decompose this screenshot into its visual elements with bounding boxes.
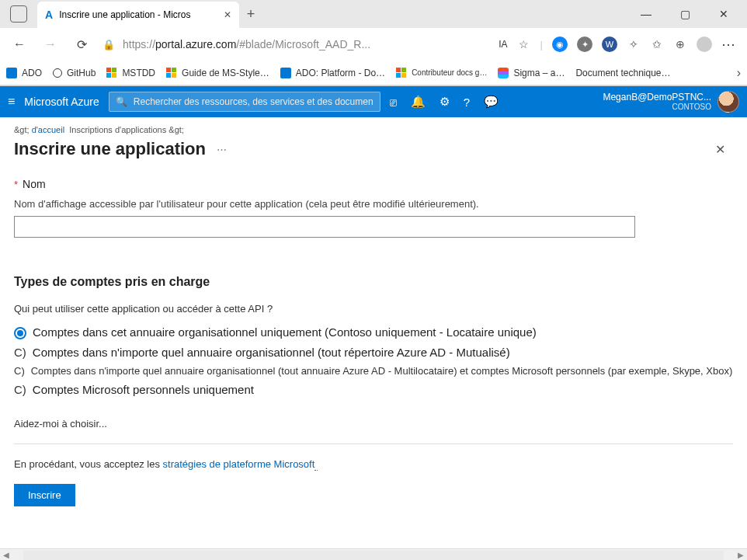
browser-address-bar: ← → ⟳ 🔒 https://portal.azure.com/#blade/… [0,28,747,61]
azure-search-input[interactable] [134,96,374,107]
account-types-subheading: Qui peut utiliser cette application ou a… [14,303,733,315]
user-account-button[interactable]: MeganB@DemoPSTNC... CONTOSO [603,91,739,113]
radio-label: Comptes Microsoft personnels uniquement [33,383,254,396]
browser-tab-active[interactable]: A Inscrire une application - Micros ✕ [37,2,239,28]
nav-back-button[interactable]: ← [6,33,33,56]
avatar [717,91,739,113]
page-more-menu-icon[interactable]: ⋯ [217,144,228,155]
radio-icon [14,327,26,339]
azure-header: ≡ Microsoft Azure 🔍 ⎚ 🔔 ⚙ ? 💬 MeganB@Dem… [0,86,747,117]
divider [14,443,733,444]
url-display[interactable]: https://portal.azure.com/#blade/Microsof… [123,38,489,50]
favorite-ado-platform[interactable]: ADO: Platform - Do… [280,68,385,78]
url-path: /#blade/Microsoft_AAD_R... [236,38,370,50]
search-icon: 🔍 [116,96,127,107]
browser-menu-button[interactable]: ⋯ [721,36,736,53]
name-field-label: Nom [23,178,46,190]
horizontal-scrollbar[interactable]: ◀ ▶ [0,548,747,560]
favorite-ado[interactable]: ADO [6,68,42,78]
notifications-icon[interactable]: 🔔 [411,95,426,109]
breadcrumb: &gt; d'accueil Inscriptions d'applicatio… [0,117,747,137]
favorite-github[interactable]: GitHub [53,68,96,78]
ado-icon [280,68,291,78]
breadcrumb-app-registrations[interactable]: Inscriptions d'applications [69,125,166,134]
favorite-msstyle[interactable]: Guide de MS-Style… [166,68,269,78]
nav-refresh-button[interactable]: ⟳ [68,33,95,56]
ado-icon [6,68,17,78]
favorite-contrib[interactable]: Contributeur docs g… [396,68,487,78]
account-types-heading: Types de comptes pris en charge [14,275,733,289]
radio-label: Comptes dans n'importe quel annuaire org… [31,365,733,377]
window-close-button[interactable]: ✕ [713,8,735,20]
required-asterisk: * [14,179,18,190]
radio-icon: C) [14,383,26,396]
azure-brand-label[interactable]: Microsoft Azure [24,96,99,108]
tab-close-icon[interactable]: ✕ [224,9,231,20]
scroll-right-arrow-icon[interactable]: ▶ [735,551,747,559]
url-scheme: https:// [123,38,155,50]
azure-search-box[interactable]: 🔍 [109,92,380,112]
help-icon[interactable]: ? [464,96,470,109]
github-icon [53,68,62,78]
window-minimize-button[interactable]: — [635,8,657,20]
browser-chrome: A Inscrire une application - Micros ✕ + … [0,0,747,86]
hamburger-menu-icon[interactable]: ≡ [8,95,15,109]
microsoft-icon [166,68,177,78]
name-field-help: Nom d'affichage accessible par l'utilisa… [14,198,733,210]
scroll-left-arrow-icon[interactable]: ◀ [0,551,12,559]
breadcrumb-home-link[interactable]: d'accueil [32,125,64,134]
azure-favicon: A [45,9,53,21]
platform-policies-link[interactable]: stratégies de plateforme Microsoft [163,458,315,470]
radio-personal-only[interactable]: C) Comptes Microsoft personnels uniqueme… [14,383,733,396]
browser-titlebar: A Inscrire une application - Micros ✕ + … [0,0,747,28]
page-title: Inscrire une application [14,139,206,159]
user-email: MeganB@DemoPSTNC... [603,92,711,103]
favorite-mstdd[interactable]: MSTDD [106,68,155,78]
favorite-doc[interactable]: Document technique… [575,68,670,78]
feedback-icon[interactable]: 💬 [484,95,499,109]
favorites-menu-icon[interactable]: ✩ [650,37,664,51]
radio-multi-tenant[interactable]: C) Comptes dans n'importe quel annuaire … [14,346,733,359]
lock-icon[interactable]: 🔒 [99,39,118,50]
app-name-input[interactable] [14,216,635,238]
cloud-shell-icon[interactable]: ⎚ [390,96,397,109]
help-me-choose-link[interactable]: Aidez-moi à choisir... [14,418,733,430]
window-maximize-button[interactable]: ▢ [674,8,696,20]
favorite-star-icon[interactable]: ☆ [517,37,531,51]
user-directory: CONTOSO [603,103,711,111]
policy-text: En procédant, vous acceptez les stratégi… [14,458,733,470]
blade-close-icon[interactable]: ✕ [715,142,725,157]
radio-icon: C) [14,346,26,359]
ia-badge[interactable]: IA [499,39,507,50]
favorites-bar: ADO GitHub MSTDD Guide de MS-Style… ADO:… [0,61,747,85]
extension-icon-1[interactable]: ◉ [552,37,568,52]
register-button[interactable]: Inscrire [14,484,75,506]
tab-actions-button[interactable] [0,5,37,23]
radio-icon: C) [14,365,25,377]
extensions-menu-icon[interactable]: ✧ [627,37,641,51]
radio-label: Comptes dans cet annuaire organisationne… [33,325,537,339]
extension-icon-word[interactable]: W [602,37,617,52]
radio-multi-tenant-personal[interactable]: C) Comptes dans n'importe quel annuaire … [14,365,733,377]
radio-single-tenant[interactable]: Comptes dans cet annuaire organisationne… [14,325,733,339]
settings-gear-icon[interactable]: ⚙ [440,95,450,109]
radio-label: Comptes dans n'importe quel annuaire org… [33,346,510,359]
url-host: portal.azure.com [155,38,236,50]
nav-forward-button[interactable]: → [37,33,64,56]
extension-icon-2[interactable]: ✦ [577,37,592,52]
favorites-overflow-chevron-icon[interactable]: › [737,66,741,80]
figma-icon [498,68,509,78]
microsoft-icon [396,68,407,78]
new-tab-button[interactable]: + [239,6,262,23]
profile-icon[interactable] [697,37,712,52]
favorite-sigma[interactable]: Sigma – a… [498,68,565,78]
microsoft-icon [106,68,117,78]
page-content: &gt; d'accueil Inscriptions d'applicatio… [0,117,747,548]
tab-title: Inscrire une application - Micros [59,9,217,20]
collections-icon[interactable]: ⊕ [673,37,687,51]
